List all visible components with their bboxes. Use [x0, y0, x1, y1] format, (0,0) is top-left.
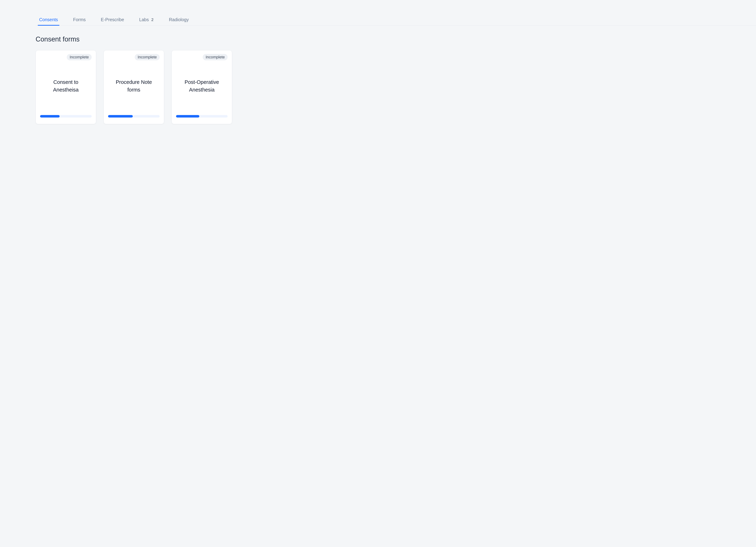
card-status-row: Incomplete: [176, 54, 228, 60]
tab-consents[interactable]: Consents: [39, 14, 58, 25]
tab-radiology[interactable]: Radiology: [169, 14, 189, 25]
tab-forms[interactable]: Forms: [73, 14, 86, 25]
tab-label: Forms: [73, 17, 86, 22]
card-status-row: Incomplete: [108, 54, 160, 60]
status-badge: Incomplete: [203, 54, 228, 60]
card-title: Consent to Anestheisa: [40, 60, 92, 111]
progress-fill: [40, 115, 60, 117]
progress-bar: [176, 115, 228, 117]
card-status-row: Incomplete: [40, 54, 92, 60]
progress-fill: [108, 115, 133, 117]
card-title: Procedure Note forms: [108, 60, 160, 111]
consent-card[interactable]: Incomplete Consent to Anestheisa: [36, 50, 96, 124]
tab-e-prescribe[interactable]: E-Prescribe: [101, 14, 124, 25]
tabs-nav: Consents Forms E-Prescribe Labs 2 Radiol…: [36, 14, 756, 26]
progress-bar: [108, 115, 160, 117]
progress-fill: [176, 115, 199, 117]
progress-bar: [40, 115, 92, 117]
section-title: Consent forms: [36, 35, 756, 43]
tab-label: Labs: [139, 17, 149, 22]
card-title: Post-Operative Anesthesia: [176, 60, 228, 111]
consent-card[interactable]: Incomplete Procedure Note forms: [104, 50, 164, 124]
cards-row: Incomplete Consent to Anestheisa Incompl…: [36, 50, 756, 124]
tab-label: Radiology: [169, 17, 189, 22]
tab-label: E-Prescribe: [101, 17, 124, 22]
status-badge: Incomplete: [67, 54, 92, 60]
tab-badge: 2: [151, 17, 154, 22]
status-badge: Incomplete: [135, 54, 160, 60]
tab-labs[interactable]: Labs 2: [139, 14, 154, 25]
tab-label: Consents: [39, 17, 58, 22]
consent-card[interactable]: Incomplete Post-Operative Anesthesia: [172, 50, 232, 124]
